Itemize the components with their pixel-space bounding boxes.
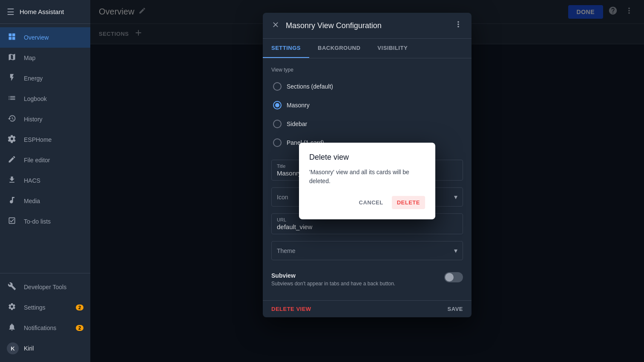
tab-background[interactable]: BACKGROUND (309, 39, 369, 58)
radio-circle-sidebar (273, 120, 282, 128)
radio-circle-panel (273, 138, 282, 147)
todo-icon (7, 216, 17, 227)
delete-dialog-actions: CANCEL DELETE (309, 196, 425, 209)
sidebar-item-settings[interactable]: Settings 2 (0, 297, 90, 318)
tab-settings[interactable]: SETTINGS (263, 39, 309, 58)
sidebar-nav: Overview Map Energy Logbook History (0, 24, 90, 273)
avatar: K (7, 342, 19, 354)
sidebar: ☰ Home Assistant Overview Map Energy Lo (0, 0, 90, 362)
sidebar-item-todo-lists[interactable]: To-do lists (0, 211, 90, 232)
icon-field-label: Icon (277, 194, 288, 201)
sidebar-item-label-logbook: Logbook (24, 95, 83, 102)
radio-label-sidebar: Sidebar (287, 121, 307, 127)
overview-icon (7, 32, 17, 43)
radio-sidebar[interactable]: Sidebar (271, 115, 463, 132)
main-content: Overview DONE SECTIONS (90, 0, 644, 362)
tab-visibility[interactable]: VISIBILITY (369, 39, 416, 58)
toggle-knob (445, 273, 454, 282)
sidebar-item-label-settings: Settings (24, 304, 69, 311)
energy-icon (7, 73, 17, 84)
sidebar-item-label-file-editor: File editor (24, 157, 83, 164)
sidebar-item-label-history: History (24, 116, 83, 123)
config-dialog-header-left: Masonry View Configuration (271, 20, 382, 31)
sidebar-item-overview[interactable]: Overview (0, 27, 90, 48)
sidebar-item-label-energy: Energy (24, 75, 83, 82)
subview-row: Subview Subviews don't appear in tabs an… (271, 267, 463, 292)
sidebar-item-label-map: Map (24, 55, 83, 61)
confirm-delete-button[interactable]: DELETE (392, 196, 425, 209)
subview-toggle[interactable] (444, 272, 463, 282)
sidebar-item-hacs[interactable]: HACS (0, 170, 90, 191)
close-dialog-icon[interactable] (271, 20, 280, 31)
config-dialog-header: Masonry View Configuration (263, 13, 472, 39)
cancel-delete-button[interactable]: CANCEL (354, 196, 388, 209)
app-title: Home Assistant (20, 8, 64, 15)
theme-chevron-down: ▾ (454, 247, 457, 255)
theme-field-group: Theme ▾ (271, 241, 463, 260)
radio-sections[interactable]: Sections (default) (271, 78, 463, 95)
settings-badge: 2 (76, 305, 83, 310)
sidebar-item-label-developer-tools: Developer Tools (24, 284, 83, 290)
developer-tools-icon (7, 282, 17, 293)
sidebar-item-map[interactable]: Map (0, 48, 90, 68)
sidebar-bottom: Developer Tools Settings 2 Notifications… (0, 273, 90, 362)
esphome-icon (7, 135, 17, 145)
sidebar-item-esphome[interactable]: ESPHome (0, 129, 90, 150)
view-type-label: View type (271, 67, 463, 73)
sidebar-item-label-notifications: Notifications (24, 325, 69, 331)
theme-field-label: Theme (277, 247, 296, 254)
menu-icon[interactable]: ☰ (7, 7, 14, 17)
sidebar-item-label-hacs: HACS (24, 177, 83, 184)
settings-icon (7, 302, 17, 313)
sidebar-item-media[interactable]: Media (0, 191, 90, 211)
radio-circle-sections (273, 82, 282, 91)
config-more-icon[interactable] (454, 20, 463, 32)
user-name: Kiril (24, 345, 34, 352)
sidebar-item-file-editor[interactable]: File editor (0, 150, 90, 170)
sidebar-item-label-todo: To-do lists (24, 218, 83, 225)
user-profile[interactable]: K Kiril (0, 338, 90, 359)
sidebar-item-label-overview: Overview (24, 34, 83, 41)
notifications-icon (7, 323, 17, 333)
file-editor-icon (7, 155, 17, 166)
sidebar-item-label-media: Media (24, 198, 83, 204)
history-icon (7, 114, 17, 125)
delete-dialog-title: Delete view (309, 153, 425, 162)
config-tabs: SETTINGS BACKGROUND VISIBILITY (263, 39, 472, 58)
radio-label-masonry: Masonry (287, 102, 310, 109)
subview-text: Subview Subviews don't appear in tabs an… (271, 272, 395, 287)
hacs-icon (7, 175, 17, 186)
notifications-badge: 2 (76, 325, 83, 331)
sidebar-item-label-esphome: ESPHome (24, 136, 83, 143)
delete-dialog-message: 'Masonry' view and all its cards will be… (309, 168, 425, 186)
sidebar-item-history[interactable]: History (0, 109, 90, 129)
subview-title: Subview (271, 272, 395, 279)
delete-confirm-dialog: Delete view 'Masonry' view and all its c… (299, 143, 435, 219)
map-icon (7, 53, 17, 63)
config-dialog-title: Masonry View Configuration (286, 21, 382, 30)
delete-view-button[interactable]: DELETE VIEW (271, 306, 311, 312)
sidebar-header: ☰ Home Assistant (0, 0, 90, 24)
radio-group-view-type: Sections (default) Masonry Sidebar Panel… (271, 78, 463, 151)
media-icon (7, 196, 17, 207)
url-field-value: default_view (277, 223, 457, 230)
subview-description: Subviews don't appear in tabs and have a… (271, 281, 395, 287)
radio-masonry[interactable]: Masonry (271, 97, 463, 114)
sidebar-item-developer-tools[interactable]: Developer Tools (0, 277, 90, 297)
logbook-icon (7, 94, 17, 104)
save-button[interactable]: SAVE (448, 306, 463, 312)
sidebar-item-energy[interactable]: Energy (0, 68, 90, 89)
sidebar-item-logbook[interactable]: Logbook (0, 89, 90, 109)
radio-circle-masonry (273, 101, 282, 109)
config-footer: DELETE VIEW SAVE (263, 300, 472, 317)
theme-field[interactable]: Theme ▾ (271, 241, 463, 260)
sidebar-item-notifications[interactable]: Notifications 2 (0, 318, 90, 338)
radio-label-sections: Sections (default) (287, 83, 333, 90)
icon-chevron-down: ▾ (454, 193, 457, 201)
